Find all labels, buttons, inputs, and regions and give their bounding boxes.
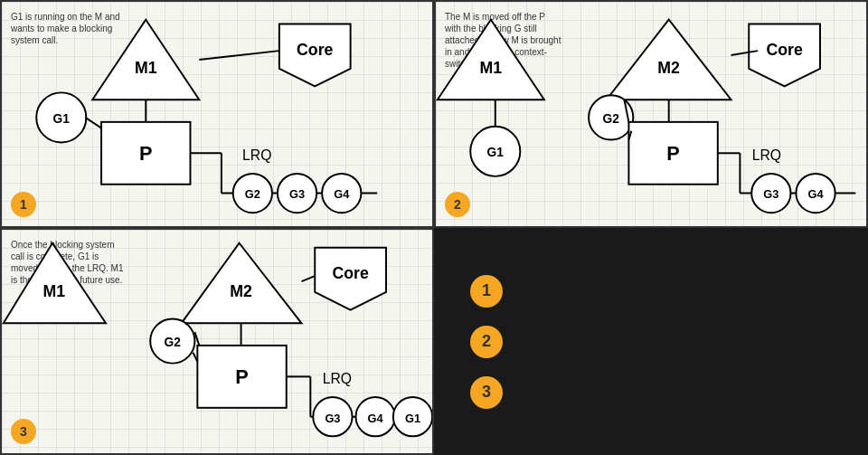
svg-text:Core: Core [766,41,802,59]
panel-3-diagram: Core M1 M2 G2 P LRQ [2,230,432,453]
svg-text:G1: G1 [405,412,420,425]
panel-4-right: 1 2 3 [434,228,868,455]
svg-text:P: P [235,365,248,388]
svg-text:LRQ: LRQ [242,147,271,163]
panel-2-badge: 2 [445,192,470,217]
svg-text:G4: G4 [368,412,384,425]
right-badge-circle-1: 1 [470,275,503,308]
svg-text:Core: Core [332,264,368,282]
svg-text:M2: M2 [230,282,252,300]
svg-text:G3: G3 [289,187,305,201]
right-badge-3: 3 [470,376,503,409]
svg-line-4 [199,51,279,60]
panel-2-content: The M is moved off the P with the blocki… [436,2,866,226]
panel-3-content: Once the blocking system call is complet… [2,230,432,453]
svg-text:G3: G3 [325,412,340,425]
svg-text:G4: G4 [334,187,350,201]
svg-text:G2: G2 [165,336,182,349]
panel-1: G1 is running on the M and wants to make… [0,0,434,228]
svg-text:G2: G2 [245,187,260,201]
svg-text:M2: M2 [657,59,680,77]
svg-text:P: P [666,142,679,165]
right-badge-circle-3: 3 [470,376,503,409]
right-badge-2: 2 [470,326,503,358]
panel-1-badge: 1 [11,192,36,217]
right-badge-1: 1 [470,275,503,308]
svg-text:G1: G1 [487,146,505,159]
svg-text:G2: G2 [603,112,620,126]
right-badge-circle-2: 2 [470,326,503,358]
svg-text:G4: G4 [808,187,825,201]
panel-3-badge: 3 [11,419,36,444]
svg-text:G1: G1 [53,112,71,126]
panel-3: Once the blocking system call is complet… [0,228,434,455]
svg-text:LRQ: LRQ [752,147,781,163]
panel-1-content: G1 is running on the M and wants to make… [2,2,432,226]
panel-1-diagram: Core M1 G1 P LRQ G2 [2,2,432,226]
svg-line-52 [301,276,315,281]
svg-text:Core: Core [297,41,333,59]
svg-text:M1: M1 [43,282,66,300]
svg-text:G3: G3 [763,187,778,201]
svg-text:LRQ: LRQ [323,371,352,386]
panel-2-diagram: Core M1 M2 G1 G2 P LRQ [436,2,866,226]
svg-text:P: P [139,142,152,165]
svg-text:M1: M1 [480,59,503,77]
svg-text:M1: M1 [135,59,157,77]
panel-2: The M is moved off the P with the blocki… [434,0,868,228]
